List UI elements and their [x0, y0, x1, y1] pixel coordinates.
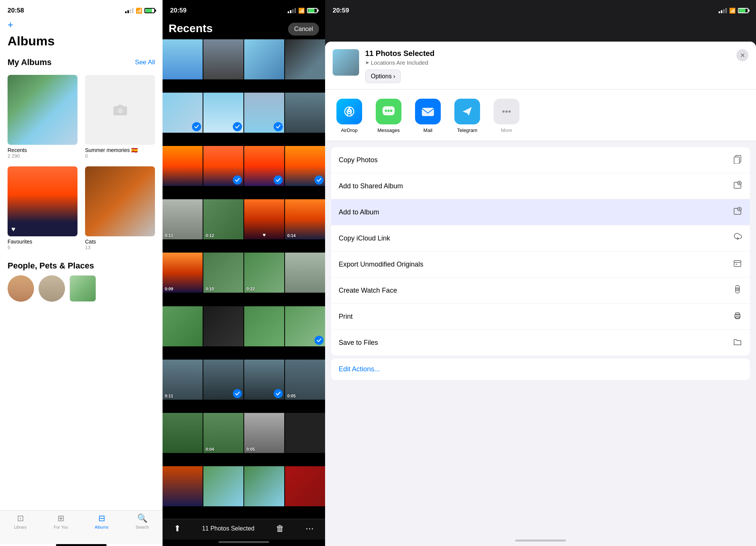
photo-cell[interactable] — [203, 146, 243, 186]
signal-icon-share — [719, 8, 727, 13]
photo-cell[interactable]: 0:11 — [163, 199, 203, 239]
photo-cell[interactable] — [163, 39, 203, 79]
photo-cell[interactable] — [285, 413, 325, 453]
person-avatar-1[interactable] — [8, 275, 34, 302]
photo-cell[interactable]: 0:05 — [285, 360, 325, 400]
edit-actions-button[interactable]: Edit Actions... — [331, 358, 750, 380]
create-watch-face-action[interactable]: Create Watch Face — [331, 278, 750, 304]
photo-cell[interactable] — [163, 146, 203, 186]
status-icons-albums: 📶 — [125, 8, 155, 14]
export-originals-action[interactable]: Export Unmodified Originals — [331, 251, 750, 278]
close-icon: ✕ — [740, 52, 745, 59]
add-album-button[interactable]: + — [8, 19, 13, 31]
photo-cell[interactable]: 0:12 — [203, 199, 243, 239]
photo-cell[interactable] — [285, 146, 325, 186]
add-shared-album-action[interactable]: Add to Shared Album — [331, 173, 750, 199]
share-sheet: 11 Photos Selected ➤ Locations Are Inclu… — [325, 42, 756, 546]
album-item-summer[interactable]: Summer memories 🇪🇸 0 — [85, 75, 155, 159]
tab-library[interactable]: ⊡ Library — [0, 513, 41, 534]
photo-cell[interactable] — [163, 466, 203, 506]
share-info: 11 Photos Selected ➤ Locations Are Inclu… — [365, 49, 730, 83]
share-app-messages[interactable]: Messages — [373, 99, 404, 133]
cancel-button[interactable]: Cancel — [288, 23, 319, 36]
album-thumb-favourites: ♥ — [8, 166, 77, 236]
photo-cell[interactable] — [285, 93, 325, 133]
photo-cell[interactable] — [244, 306, 284, 346]
tab-search[interactable]: 🔍 Search — [122, 513, 163, 534]
album-item-cats[interactable]: Cats 13 — [85, 166, 155, 250]
svg-point-14 — [505, 110, 508, 113]
photo-cell[interactable]: 0:05 — [244, 413, 284, 453]
photo-cell[interactable] — [285, 306, 325, 346]
photo-cell[interactable] — [285, 39, 325, 79]
person-avatar-2[interactable] — [39, 275, 65, 302]
library-icon: ⊡ — [17, 513, 24, 523]
print-action[interactable]: Print — [331, 304, 750, 330]
close-share-button[interactable]: ✕ — [736, 49, 748, 61]
location-arrow-icon: ➤ — [365, 60, 369, 65]
options-button[interactable]: Options › — [365, 70, 401, 83]
save-files-action[interactable]: Save to Files — [331, 330, 750, 355]
photo-cell[interactable] — [285, 253, 325, 293]
photo-cell[interactable] — [244, 466, 284, 506]
album-item-recents[interactable]: Recents 2 290 — [8, 75, 77, 159]
map-thumb[interactable] — [70, 275, 96, 302]
add-album-icon — [733, 206, 742, 218]
photo-cell[interactable]: 0:22 — [244, 253, 284, 293]
photo-cell[interactable]: 0:11 — [163, 360, 203, 400]
share-toolbar-button[interactable]: ⬆ — [174, 524, 181, 534]
photo-check-icon — [233, 389, 242, 398]
photo-cell[interactable] — [163, 413, 203, 453]
share-app-mail[interactable]: Mail — [413, 99, 443, 133]
copy-icloud-link-icon — [733, 232, 742, 244]
photo-cell[interactable] — [244, 360, 284, 400]
photo-check-icon — [274, 389, 283, 398]
svg-point-9 — [385, 110, 387, 112]
album-item-favourites[interactable]: ♥ Favourites 5 — [8, 166, 77, 250]
photo-cell[interactable] — [203, 360, 243, 400]
copy-icloud-link-label: Copy iCloud Link — [339, 234, 390, 242]
add-album-action[interactable]: Add to Album — [331, 199, 750, 225]
battery-icon-recents — [307, 8, 318, 13]
photo-cell[interactable]: 0:04 — [203, 413, 243, 453]
share-app-telegram[interactable]: Telegram — [452, 99, 482, 133]
photo-cell[interactable] — [203, 466, 243, 506]
delete-toolbar-button[interactable]: 🗑 — [276, 524, 284, 534]
tab-for-you-label: For You — [54, 525, 68, 529]
photo-duration: 0:14 — [287, 233, 296, 238]
photo-cell[interactable] — [244, 39, 284, 79]
photo-cell[interactable] — [285, 466, 325, 506]
copy-photos-action[interactable]: Copy Photos — [331, 147, 750, 173]
photo-cell[interactable] — [244, 93, 284, 133]
svg-rect-27 — [736, 264, 737, 265]
photo-cell[interactable]: ♥ — [244, 199, 284, 239]
photo-cell[interactable]: 0:09 — [163, 253, 203, 293]
share-app-more[interactable]: More — [491, 99, 522, 133]
photo-cell[interactable] — [163, 306, 203, 346]
photo-cell[interactable] — [244, 146, 284, 186]
photo-duration: 0:04 — [206, 447, 214, 451]
photo-cell[interactable] — [203, 306, 243, 346]
photo-duration: 0:11 — [165, 394, 173, 398]
svg-rect-12 — [422, 108, 434, 116]
photo-duration: 0:09 — [165, 287, 173, 291]
recents-toolbar: ⬆ 11 Photos Selected 🗑 ⋯ — [163, 519, 325, 540]
copy-icloud-link-action[interactable]: Copy iCloud Link — [331, 225, 750, 251]
photo-cell[interactable] — [203, 39, 243, 79]
photo-cell[interactable]: 0:10 — [203, 253, 243, 293]
photo-duration: 0:22 — [246, 287, 255, 291]
photo-cell[interactable] — [163, 93, 203, 133]
more-toolbar-button[interactable]: ⋯ — [305, 524, 314, 534]
copy-photos-label: Copy Photos — [339, 156, 378, 164]
photo-cell[interactable]: 0:14 — [285, 199, 325, 239]
tab-for-you[interactable]: ⊞ For You — [41, 513, 82, 534]
album-name-cats: Cats — [85, 239, 155, 245]
share-app-airdrop[interactable]: AirDrop — [334, 99, 364, 133]
photo-duration: 0:05 — [246, 447, 255, 451]
export-originals-label: Export Unmodified Originals — [339, 261, 423, 268]
messages-icon — [376, 99, 401, 124]
photo-cell[interactable] — [203, 93, 243, 133]
tab-albums[interactable]: ⊟ Albums — [81, 513, 122, 534]
export-originals-icon — [733, 258, 742, 270]
see-all-button[interactable]: See All — [135, 59, 155, 66]
